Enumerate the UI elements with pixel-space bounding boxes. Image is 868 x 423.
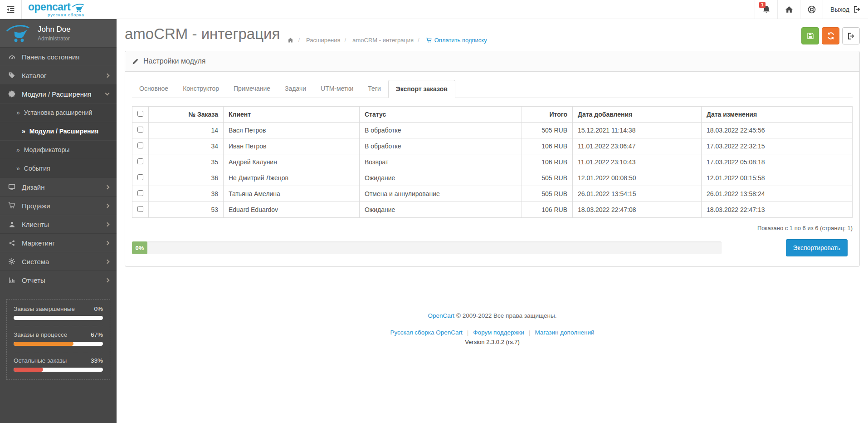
- footer-link-addons-store[interactable]: Магазин дополнений: [535, 329, 594, 336]
- breadcrumb-item-current[interactable]: amoCRM - интеграция: [341, 37, 414, 44]
- logo-text: opencart: [28, 2, 70, 12]
- cell-status: В обработке: [360, 138, 522, 154]
- row-checkbox[interactable]: [137, 206, 143, 212]
- home-icon: [785, 5, 794, 14]
- storefront-home-button[interactable]: [777, 0, 800, 19]
- tab-order-export[interactable]: Экспорт заказов: [388, 80, 455, 98]
- opencart-link[interactable]: OpenCart: [428, 312, 455, 319]
- sidebar-collapse-button[interactable]: [0, 0, 22, 19]
- tab-note[interactable]: Примечание: [226, 80, 278, 98]
- breadcrumb-item-extensions[interactable]: Расширения: [294, 37, 340, 44]
- row-checkbox[interactable]: [137, 190, 143, 196]
- tab-utm[interactable]: UTM-метки: [313, 80, 361, 98]
- chevron-right-icon: [105, 73, 110, 78]
- cell-status: В обработке: [360, 123, 522, 138]
- submenu-arrow-icon: »: [22, 128, 25, 135]
- sidebar-item-label: Клиенты: [22, 221, 49, 228]
- panel-heading: Настройки модуля: [125, 51, 859, 72]
- tab-general[interactable]: Основное: [132, 80, 176, 98]
- stat-progress-track: [14, 342, 103, 346]
- row-checkbox[interactable]: [137, 143, 143, 148]
- user-name: John Doe: [38, 25, 71, 34]
- cell-total: 106 RUB: [522, 138, 573, 154]
- topbar: opencart русская сборка 1 Выход: [0, 0, 868, 19]
- column-header-status: Статус: [360, 107, 522, 123]
- bar-chart-icon: [8, 277, 16, 284]
- column-header-client: Клиент: [224, 107, 360, 123]
- breadcrumb-home[interactable]: [287, 37, 294, 44]
- logo-cart-icon: [72, 3, 84, 12]
- floppy-save-icon: [806, 32, 814, 40]
- cell-date-added: 26.01.2022 13:54:15: [573, 186, 702, 202]
- submenu-item-installer[interactable]: » Установка расширений: [0, 103, 117, 122]
- submenu-item-modifications[interactable]: » Модификаторы: [0, 140, 117, 159]
- stat-progress-fill: [14, 342, 73, 346]
- row-checkbox[interactable]: [137, 127, 143, 133]
- column-header-total: Итого: [522, 107, 573, 123]
- sidebar-item-label: Маркетинг: [22, 239, 55, 247]
- stat-label: Остальные заказы: [14, 357, 67, 364]
- cell-status: Ожидание: [360, 170, 522, 186]
- notification-badge: 1: [759, 2, 766, 8]
- stat-value: 33%: [91, 357, 103, 364]
- cancel-exit-button[interactable]: [842, 27, 860, 44]
- sidebar: John Doe Administrator Панель состояния …: [0, 19, 117, 423]
- outdent-menu-icon: [6, 5, 15, 14]
- exit-arrow-icon: [847, 32, 855, 40]
- sidebar-item-dashboard[interactable]: Панель состояния: [0, 47, 117, 66]
- chevron-right-icon: [105, 203, 110, 208]
- stat-other-orders: Остальные заказы 33%: [14, 352, 103, 378]
- refresh-button[interactable]: [822, 27, 839, 44]
- cell-total: 505 RUB: [522, 170, 573, 186]
- stat-processing-orders: Заказы в процессе 67%: [14, 326, 103, 352]
- chevron-down-icon: [105, 91, 110, 95]
- footer-link-russian-build[interactable]: Русская сборка OpenCart: [390, 329, 462, 336]
- cell-client: Андрей Калунин: [224, 154, 360, 170]
- stat-label: Заказы завершенные: [14, 305, 75, 312]
- page-title: amoCRM - интеграция: [125, 26, 280, 42]
- export-button[interactable]: Экспортировать: [786, 239, 848, 256]
- sidebar-item-reports[interactable]: Отчеты: [0, 271, 117, 289]
- cell-date-added: 11.01.2022 23:10:43: [573, 154, 702, 170]
- export-progress-value: 0%: [132, 241, 147, 254]
- sidebar-item-label: Панель состояния: [22, 53, 79, 61]
- logout-label: Выход: [830, 6, 849, 13]
- sidebar-item-marketing[interactable]: Маркетинг: [0, 233, 117, 252]
- cell-date-modified: 26.01.2022 13:58:24: [702, 186, 853, 202]
- tab-tasks[interactable]: Задачи: [278, 80, 313, 98]
- cell-client: Не Дмитрий Лжецов: [224, 170, 360, 186]
- select-all-checkbox[interactable]: [137, 111, 143, 117]
- footer-link-support-forum[interactable]: Форум поддержки: [473, 329, 524, 336]
- sidebar-item-sales[interactable]: Продажи: [0, 196, 117, 215]
- stat-progress-fill: [14, 368, 43, 372]
- sidebar-item-customers[interactable]: Клиенты: [0, 215, 117, 233]
- puzzle-icon: [8, 90, 16, 98]
- order-stats-panel: Заказы завершенные 0% Заказы в процессе …: [6, 299, 110, 380]
- support-button[interactable]: [800, 0, 823, 19]
- link-separator: |: [463, 329, 473, 336]
- cell-order-id: 34: [149, 138, 224, 154]
- breadcrumb-pay-subscription-link[interactable]: Оплатить подписку: [414, 37, 487, 44]
- cell-order-id: 53: [149, 202, 224, 218]
- profile-cart-logo: [6, 24, 32, 43]
- tab-tags[interactable]: Теги: [361, 80, 388, 98]
- submenu-item-label: События: [24, 165, 50, 172]
- row-checkbox[interactable]: [137, 174, 143, 180]
- sidebar-item-catalog[interactable]: Каталог: [0, 66, 117, 84]
- panel-heading-label: Настройки модуля: [143, 57, 205, 65]
- sidebar-item-system[interactable]: Система: [0, 252, 117, 271]
- submenu-item-modules[interactable]: » Модули / Расширения: [0, 122, 117, 140]
- opencart-logo[interactable]: opencart русская сборка: [22, 0, 91, 19]
- page-header: amoCRM - интеграция Расширения amoCRM - …: [117, 19, 868, 49]
- row-checkbox[interactable]: [137, 158, 143, 164]
- tab-constructor[interactable]: Конструктор: [176, 80, 226, 98]
- logout-button[interactable]: Выход: [823, 0, 868, 19]
- submenu-item-events[interactable]: » События: [0, 159, 117, 177]
- submenu-item-label: Модули / Расширения: [29, 128, 98, 135]
- sidebar-item-design[interactable]: Дизайн: [0, 177, 117, 196]
- sidebar-item-extensions[interactable]: Модули / Расширения: [0, 84, 117, 103]
- table-row: 35 Андрей Калунин Возврат 106 RUB 11.01.…: [132, 154, 853, 170]
- save-button[interactable]: [801, 27, 819, 44]
- notifications-button[interactable]: 1: [755, 0, 777, 19]
- cell-date-modified: 18.03.2022 22:45:56: [702, 123, 853, 138]
